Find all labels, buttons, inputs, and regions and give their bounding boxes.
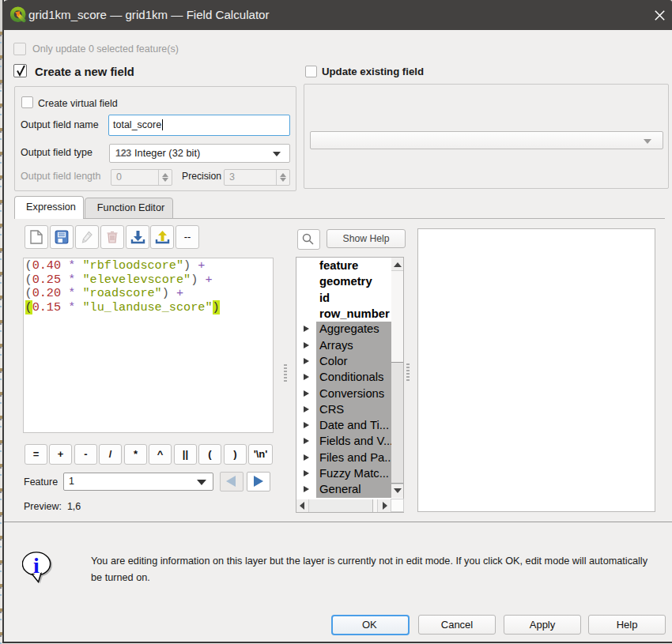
svg-text:i: i	[33, 553, 40, 578]
